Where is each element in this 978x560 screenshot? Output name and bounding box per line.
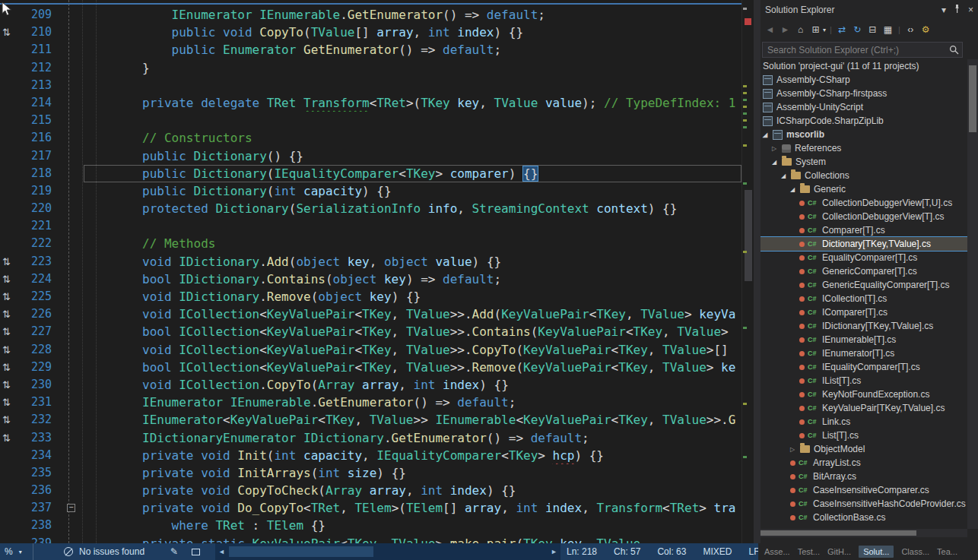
tree-item-equalitycomparer-t-cs[interactable]: C#EqualityComparer[T].cs	[760, 251, 967, 264]
tree-item-assembly-csharp[interactable]: Assembly-CSharp	[760, 73, 967, 87]
line-number[interactable]: 218	[18, 165, 52, 182]
tree-item-collectionbase-cs[interactable]: C#CollectionBase.cs	[760, 511, 967, 524]
code-text[interactable]: }	[84, 59, 741, 77]
line-number[interactable]: 216	[18, 129, 52, 147]
tree-item-bitarray-cs[interactable]: C#BitArray.cs	[760, 470, 967, 483]
code-line[interactable]: 235 private void InitArrays(int size) {}	[0, 464, 741, 482]
code-text[interactable]: public void CopyTo(TValue[] array, int i…	[84, 24, 741, 41]
implements-icon[interactable]: ⇅	[0, 24, 18, 41]
window-position-icon[interactable]: ▾	[941, 5, 946, 15]
code-line[interactable]: 237− private void Do_CopyTo<TRet, TElem>…	[0, 499, 741, 517]
code-text[interactable]: void ICollection.CopyTo(Array array, int…	[84, 376, 741, 394]
code-text[interactable]: private void Do_CopyTo<TRet, TElem>(TEle…	[84, 499, 741, 517]
code-line[interactable]: ⇅229 bool ICollection<KeyValuePair<TKey,…	[0, 359, 741, 376]
code-line[interactable]: 221	[0, 217, 741, 235]
code-text[interactable]: private static KeyValuePair<TKey, TValue…	[84, 535, 741, 543]
line-number[interactable]: 237	[18, 499, 52, 517]
code-line[interactable]: 236 private void CopyToCheck(Array array…	[0, 482, 741, 499]
forward-icon[interactable]: ►	[779, 24, 792, 35]
code-scroll-area[interactable]: 209 IEnumerator IEnumerable.GetEnumerato…	[0, 0, 741, 543]
tree-item-system[interactable]: ◢System	[760, 155, 967, 169]
code-line[interactable]: ⇅228 void ICollection<KeyValuePair<TKey,…	[0, 341, 741, 359]
tree-item-ilist-t-cs[interactable]: C#IList[T].cs	[760, 374, 967, 388]
line-number[interactable]: 223	[18, 253, 52, 271]
tree-item-icsharpcode-sharpziplib[interactable]: ICSharpCode.SharpZipLib	[760, 114, 967, 128]
code-text[interactable]: bool ICollection<KeyValuePair<TKey, TVal…	[84, 359, 741, 376]
code-text[interactable]: bool ICollection<KeyValuePair<TKey, TVal…	[84, 323, 741, 340]
editor-vertical-scrollbar[interactable]	[741, 0, 754, 543]
code-line[interactable]: ⇅233 IDictionaryEnumerator IDictionary.G…	[0, 429, 741, 447]
chevron-expanded-icon[interactable]: ◢	[763, 131, 773, 138]
view-code-icon[interactable]: ‹›	[904, 24, 917, 35]
code-text[interactable]	[84, 217, 741, 235]
code-text[interactable]: // Methods	[84, 235, 741, 252]
panel-splitter[interactable]	[754, 0, 760, 543]
code-line[interactable]: 217 public Dictionary() {}	[0, 147, 741, 165]
code-line[interactable]: 215	[0, 112, 741, 129]
code-line[interactable]: ⇅231 IEnumerator IEnumerable.GetEnumerat…	[0, 394, 741, 411]
code-text[interactable]: void ICollection<KeyValuePair<TKey, TVal…	[84, 341, 741, 359]
chevron-collapsed-icon[interactable]: ▷	[772, 145, 782, 152]
line-number[interactable]: 213	[18, 77, 52, 94]
line-number[interactable]: 225	[18, 288, 52, 305]
code-line[interactable]: 214 private delegate TRet Transform<TRet…	[0, 94, 741, 112]
line-number[interactable]: 232	[18, 411, 52, 429]
code-line[interactable]: 220 protected Dictionary(SerializationIn…	[0, 200, 741, 217]
line-number[interactable]: 235	[18, 464, 52, 482]
tree-item-assembly-csharp-firstpass[interactable]: Assembly-CSharp-firstpass	[760, 87, 967, 100]
code-line[interactable]: 212 }	[0, 59, 741, 77]
code-line[interactable]: 239 private static KeyValuePair<TKey, TV…	[0, 535, 741, 543]
tree-item-assembly-unityscript[interactable]: Assembly-UnityScript	[760, 100, 967, 114]
zoom-control[interactable]: % ▾	[0, 543, 33, 560]
code-text[interactable]: void IDictionary.Remove(object key) {}	[84, 288, 741, 305]
code-text[interactable]: void ICollection<KeyValuePair<TKey, TVal…	[84, 305, 741, 323]
line-number[interactable]: 221	[18, 217, 52, 235]
code-text[interactable]: protected Dictionary(SerializationInfo i…	[84, 200, 741, 217]
line-number[interactable]: 217	[18, 147, 52, 165]
tree-item-objectmodel[interactable]: ▷ObjectModel	[760, 442, 967, 456]
tree-item-collectiondebuggerview-t-cs[interactable]: C#CollectionDebuggerView[T].cs	[760, 210, 967, 223]
chevron-expanded-icon[interactable]: ◢	[790, 186, 800, 193]
code-text[interactable]: private delegate TRet Transform<TRet>(TK…	[84, 94, 741, 112]
tree-item-ienumerable-t-cs[interactable]: C#IEnumerable[T].cs	[760, 333, 967, 346]
code-line[interactable]: 234 private void Init(int capacity, IEqu…	[0, 447, 741, 464]
implements-icon[interactable]: ⇅	[0, 253, 18, 271]
line-number[interactable]: 226	[18, 305, 52, 323]
implements-icon[interactable]: ⇅	[0, 411, 18, 429]
tree-item-icomparer-t-cs[interactable]: C#IComparer[T].cs	[760, 305, 967, 319]
code-line[interactable]: 238 where TRet : TElem {}	[0, 517, 741, 534]
doc-outline-icon[interactable]	[192, 549, 200, 555]
code-line[interactable]: ⇅230 void ICollection.CopyTo(Array array…	[0, 376, 741, 394]
tree-item-arraylist-cs[interactable]: C#ArrayList.cs	[760, 456, 967, 470]
line-number[interactable]: 224	[18, 271, 52, 288]
sync-active-document-icon[interactable]: ⇄	[836, 24, 849, 35]
fold-collapse-button[interactable]: −	[67, 504, 75, 512]
show-all-files-icon[interactable]: ▦	[881, 24, 894, 35]
home-icon[interactable]: ⌂	[794, 24, 807, 35]
tree-item-genericequalitycomparer-t-cs[interactable]: C#GenericEqualityComparer[T].cs	[760, 278, 967, 292]
tool-window-tab-test[interactable]: Test...	[798, 547, 820, 556]
back-icon[interactable]: ◄	[764, 24, 776, 35]
line-number[interactable]: 212	[18, 59, 52, 77]
current-code-line[interactable]: public Dictionary(IEqualityComparer<TKey…	[84, 165, 741, 182]
tree-item-list-t-cs[interactable]: C#List[T].cs	[760, 429, 967, 442]
code-line[interactable]: ⇅232 IEnumerator<KeyValuePair<TKey, TVal…	[0, 411, 741, 429]
code-line[interactable]: 219 public Dictionary(int capacity) {}	[0, 182, 741, 200]
code-line[interactable]: ⇅225 void IDictionary.Remove(object key)…	[0, 288, 741, 305]
line-number[interactable]: 236	[18, 482, 52, 499]
code-text[interactable]: public Enumerator GetEnumerator() => def…	[84, 41, 741, 59]
line-number[interactable]: 215	[18, 112, 52, 129]
line-number[interactable]: 231	[18, 394, 52, 411]
line-number[interactable]: 234	[18, 447, 52, 464]
line-number[interactable]: 230	[18, 376, 52, 394]
implements-icon[interactable]: ⇅	[0, 305, 18, 323]
code-text[interactable]: public Dictionary(int capacity) {}	[84, 182, 741, 200]
line-number[interactable]: 233	[18, 429, 52, 447]
tool-window-tab-asse[interactable]: Asse...	[764, 547, 790, 556]
line-number[interactable]: 220	[18, 200, 52, 217]
tree-horizontal-scrollbar[interactable]	[760, 529, 967, 537]
tree-item-genericcomparer-t-cs[interactable]: C#GenericComparer[T].cs	[760, 264, 967, 278]
tree-item-keyvaluepair-tkey-tvalue-cs[interactable]: C#KeyValuePair[TKey,TValue].cs	[760, 401, 967, 415]
code-line[interactable]: 216 // Constructors	[0, 129, 741, 147]
implements-icon[interactable]: ⇅	[0, 376, 18, 394]
